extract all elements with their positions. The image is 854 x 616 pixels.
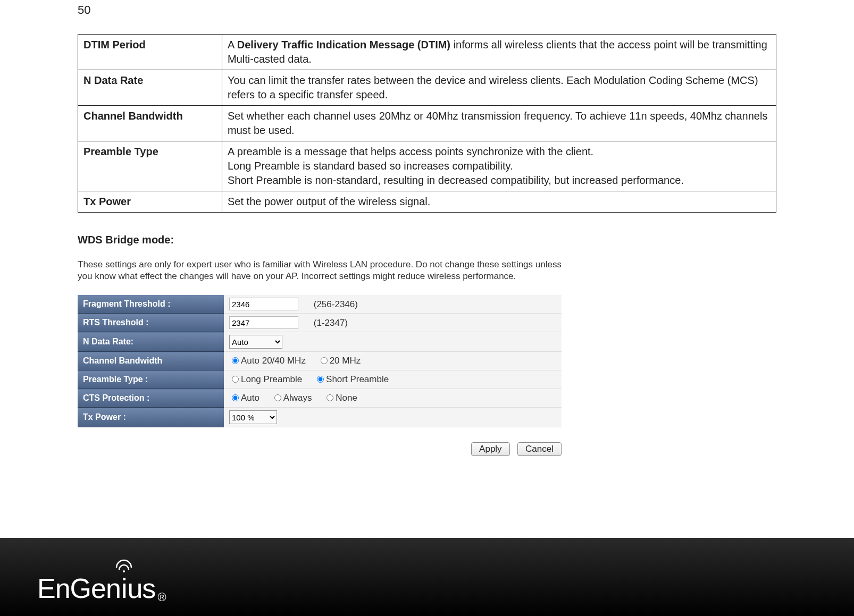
button-row: Apply Cancel [78, 442, 562, 456]
def-term: DTIM Period [78, 35, 222, 70]
logo-i-wrap: i [121, 572, 127, 604]
logo-text-part2: i [121, 573, 127, 604]
preamble-type-label: Preamble Type : [78, 370, 224, 389]
cts-radio-auto[interactable] [232, 394, 239, 401]
form-row-channel-bandwidth: Channel Bandwidth Auto 20/40 MHz 20 MHz [78, 352, 562, 370]
fragment-threshold-label: Fragment Threshold : [78, 295, 224, 314]
def-term: Channel Bandwidth [78, 106, 222, 141]
logo-registered-mark: ® [157, 590, 165, 604]
table-row: DTIM Period A Delivery Traffic Indicatio… [78, 35, 776, 70]
channel-bandwidth-label: Channel Bandwidth [78, 352, 224, 370]
rts-threshold-input[interactable] [229, 316, 298, 329]
preamble-radio-long[interactable] [232, 376, 239, 383]
tx-power-label: Tx Power : [78, 408, 224, 427]
cts-opt2-label: Always [283, 393, 312, 403]
chbw-opt1-label: Auto 20/40 MHz [241, 356, 306, 366]
svg-point-0 [123, 570, 125, 572]
def-line: Long Preamble is standard based so incre… [228, 160, 513, 172]
def-bold: Delivery Traffic Indication Message (DTI… [237, 39, 450, 50]
cts-option-always[interactable]: Always [272, 393, 312, 403]
form-row-rts: RTS Threshold : (1-2347) [78, 314, 562, 332]
logo-text-part3: us [127, 572, 155, 604]
def-term: Preamble Type [78, 141, 222, 191]
definitions-table: DTIM Period A Delivery Traffic Indicatio… [78, 34, 776, 213]
n-data-rate-select[interactable]: Auto [229, 335, 282, 349]
fragment-range-hint: (256-2346) [314, 299, 358, 309]
cts-radio-always[interactable] [274, 394, 281, 401]
chbw-radio-auto[interactable] [232, 357, 239, 364]
fragment-threshold-input[interactable] [229, 298, 298, 310]
table-row: Tx Power Set the power output of the wir… [78, 191, 776, 213]
footer-bar: EnGen i us® [0, 538, 854, 616]
def-term: N Data Rate [78, 70, 222, 106]
cts-option-auto[interactable]: Auto [229, 393, 259, 403]
def-line: A preamble is a message that helps acces… [228, 146, 593, 157]
preamble-option-short[interactable]: Short Preamble [314, 374, 389, 384]
chbw-opt2-label: 20 MHz [330, 356, 361, 366]
cts-protection-label: CTS Protection : [78, 389, 224, 408]
chbw-radio-20[interactable] [321, 357, 328, 364]
rts-range-hint: (1-2347) [314, 318, 348, 328]
content-area: DTIM Period A Delivery Traffic Indicatio… [78, 34, 776, 456]
def-term: Tx Power [78, 191, 222, 213]
def-desc: Set whether each channel uses 20Mhz or 4… [222, 106, 776, 141]
def-text: A [228, 39, 237, 50]
chbw-option-20[interactable]: 20 MHz [318, 356, 361, 366]
apply-button[interactable]: Apply [471, 442, 510, 456]
settings-form: Fragment Threshold : (256-2346) RTS Thre… [78, 295, 562, 427]
logo-text-part1: EnGen [37, 572, 121, 604]
form-row-fragment: Fragment Threshold : (256-2346) [78, 295, 562, 314]
wds-note: These settings are only for expert user … [78, 259, 567, 282]
table-row: N Data Rate You can limit the transfer r… [78, 70, 776, 106]
def-desc: A Delivery Traffic Indication Message (D… [222, 35, 776, 70]
cts-opt1-label: Auto [241, 393, 259, 403]
wds-settings-panel: These settings are only for expert user … [78, 259, 776, 456]
def-desc: A preamble is a message that helps acces… [222, 141, 776, 191]
rts-threshold-label: RTS Threshold : [78, 314, 224, 332]
page-number: 50 [78, 3, 90, 17]
n-data-rate-label: N Data Rate: [78, 332, 224, 352]
form-row-cts: CTS Protection : Auto Always None [78, 389, 562, 408]
wifi-arc-icon [115, 559, 133, 572]
preamble-radio-short[interactable] [317, 376, 324, 383]
form-row-ndatarate: N Data Rate: Auto [78, 332, 562, 352]
form-row-txpower: Tx Power : 100 % [78, 408, 562, 427]
def-desc: You can limit the transfer rates between… [222, 70, 776, 106]
tx-power-select[interactable]: 100 % [229, 410, 277, 424]
chbw-option-auto[interactable]: Auto 20/40 MHz [229, 356, 306, 366]
cts-radio-none[interactable] [326, 394, 333, 401]
def-desc: Set the power output of the wireless sig… [222, 191, 776, 213]
table-row: Preamble Type A preamble is a message th… [78, 141, 776, 191]
form-row-preamble: Preamble Type : Long Preamble Short Prea… [78, 370, 562, 389]
cts-option-none[interactable]: None [324, 393, 357, 403]
preamble-option-long[interactable]: Long Preamble [229, 374, 302, 384]
preamble-opt2-label: Short Preamble [326, 374, 389, 384]
cts-opt3-label: None [336, 393, 357, 403]
section-heading: WDS Bridge mode: [78, 234, 776, 246]
engenius-logo: EnGen i us® [37, 572, 166, 604]
cancel-button[interactable]: Cancel [517, 442, 562, 456]
preamble-opt1-label: Long Preamble [241, 374, 302, 384]
def-line: Short Preamble is non-standard, resultin… [228, 174, 684, 186]
table-row: Channel Bandwidth Set whether each chann… [78, 106, 776, 141]
